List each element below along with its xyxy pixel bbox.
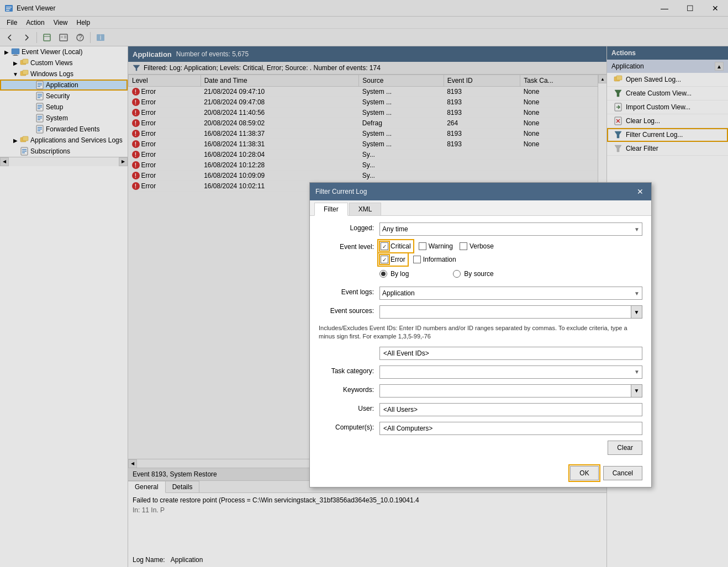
checkbox-critical[interactable]: Critical xyxy=(379,241,412,251)
event-sources-dropdown[interactable]: ▼ xyxy=(379,305,642,319)
error-checkbox-box xyxy=(381,256,388,263)
event-ids-help: Includes/Excludes Event IDs: Enter ID nu… xyxy=(319,324,642,341)
event-ids-input[interactable] xyxy=(379,347,642,360)
user-label: User: xyxy=(319,403,374,412)
user-input[interactable] xyxy=(379,403,642,416)
clear-button[interactable]: Clear xyxy=(608,441,642,455)
event-logs-row: Event logs: Application ▼ xyxy=(319,287,642,300)
filter-dialog: Filter Current Log ✕ Filter XML Logged: … xyxy=(309,182,652,487)
event-ids-control xyxy=(379,347,642,360)
dialog-overlay: Filter Current Log ✕ Filter XML Logged: … xyxy=(0,0,728,567)
logged-control: Any time ▼ xyxy=(379,222,642,236)
event-level-control: Critical Warning Verbose xyxy=(379,241,642,264)
task-category-row: Task category: ▼ xyxy=(319,365,642,379)
keywords-input[interactable] xyxy=(380,385,631,397)
logged-label: Logged: xyxy=(319,222,374,232)
logged-dropdown-arrow: ▼ xyxy=(634,226,640,232)
keywords-arrow[interactable]: ▼ xyxy=(631,385,642,397)
warning-label: Warning xyxy=(429,242,453,250)
user-row: User: xyxy=(319,403,642,416)
task-category-control: ▼ xyxy=(379,365,642,379)
computers-label: Computer(s): xyxy=(319,422,374,431)
clear-row: Clear xyxy=(319,441,642,455)
by-log-radio xyxy=(379,270,387,278)
computers-row: Computer(s): xyxy=(319,422,642,435)
event-logs-dropdown[interactable]: Application ▼ xyxy=(379,287,642,300)
log-source-control: By log By source xyxy=(379,270,642,281)
event-sources-input[interactable] xyxy=(380,306,631,318)
by-source-label: By source xyxy=(464,270,493,278)
keywords-dropdown[interactable]: ▼ xyxy=(379,384,642,398)
dialog-body: Logged: Any time ▼ Event level: xyxy=(310,216,651,462)
computers-control xyxy=(379,422,642,435)
log-source-row: By log By source xyxy=(319,270,642,281)
by-source-radio xyxy=(453,270,461,278)
dialog-tab-filter[interactable]: Filter xyxy=(314,203,348,216)
checkbox-group-level: Critical Warning Verbose xyxy=(379,241,642,251)
checkbox-information[interactable]: Information xyxy=(413,256,456,263)
task-category-label: Task category: xyxy=(319,365,374,375)
dialog-title: Filter Current Log xyxy=(315,188,367,195)
logged-dropdown[interactable]: Any time ▼ xyxy=(379,222,642,236)
event-logs-label: Event logs: xyxy=(319,287,374,296)
event-ids-row xyxy=(319,347,642,360)
dialog-buttons: OK Cancel xyxy=(310,462,651,487)
task-category-dropdown[interactable]: ▼ xyxy=(379,365,642,379)
information-checkbox-box xyxy=(413,256,421,263)
event-logs-value: Application xyxy=(382,289,415,297)
keywords-label: Keywords: xyxy=(319,384,374,394)
keywords-control: ▼ xyxy=(379,384,642,398)
event-logs-arrow: ▼ xyxy=(634,290,640,296)
event-sources-row: Event sources: ▼ xyxy=(319,305,642,319)
radio-by-log[interactable]: By log xyxy=(379,270,409,278)
checkbox-warning[interactable]: Warning xyxy=(419,242,453,250)
dialog-close-button[interactable]: ✕ xyxy=(635,186,646,197)
dialog-titlebar: Filter Current Log ✕ xyxy=(310,183,651,200)
information-label: Information xyxy=(423,256,456,263)
event-logs-control: Application ▼ xyxy=(379,287,642,300)
verbose-checkbox-box xyxy=(460,242,467,250)
keywords-row: Keywords: ▼ xyxy=(319,384,642,398)
radio-group: By log By source xyxy=(379,270,642,278)
computers-input[interactable] xyxy=(379,422,642,435)
critical-checkbox-box xyxy=(381,242,388,250)
error-label: Error xyxy=(391,256,405,263)
verbose-label: Verbose xyxy=(469,242,494,250)
ok-button[interactable]: OK xyxy=(570,466,598,480)
event-level-label: Event level: xyxy=(319,241,374,251)
dialog-tabs: Filter XML xyxy=(310,200,651,216)
radio-by-source[interactable]: By source xyxy=(453,270,493,278)
user-control xyxy=(379,403,642,416)
event-ids-label xyxy=(319,347,374,348)
by-log-label: By log xyxy=(391,270,409,278)
checkbox-verbose[interactable]: Verbose xyxy=(460,242,494,250)
event-sources-label: Event sources: xyxy=(319,305,374,315)
critical-label: Critical xyxy=(391,242,411,250)
event-level-row: Event level: Critical Warning xyxy=(319,241,642,264)
event-sources-arrow[interactable]: ▼ xyxy=(631,306,642,318)
task-category-arrow: ▼ xyxy=(634,369,640,375)
dialog-tab-xml[interactable]: XML xyxy=(349,203,382,215)
cancel-button[interactable]: Cancel xyxy=(603,466,642,480)
logged-row: Logged: Any time ▼ xyxy=(319,222,642,236)
event-sources-control: ▼ xyxy=(379,305,642,319)
logged-value: Any time xyxy=(382,225,408,233)
checkbox-error[interactable]: Error xyxy=(379,255,407,264)
checkbox-group-level-2: Error Information xyxy=(379,255,642,264)
warning-checkbox-box xyxy=(419,242,426,250)
log-source-label xyxy=(319,270,374,272)
